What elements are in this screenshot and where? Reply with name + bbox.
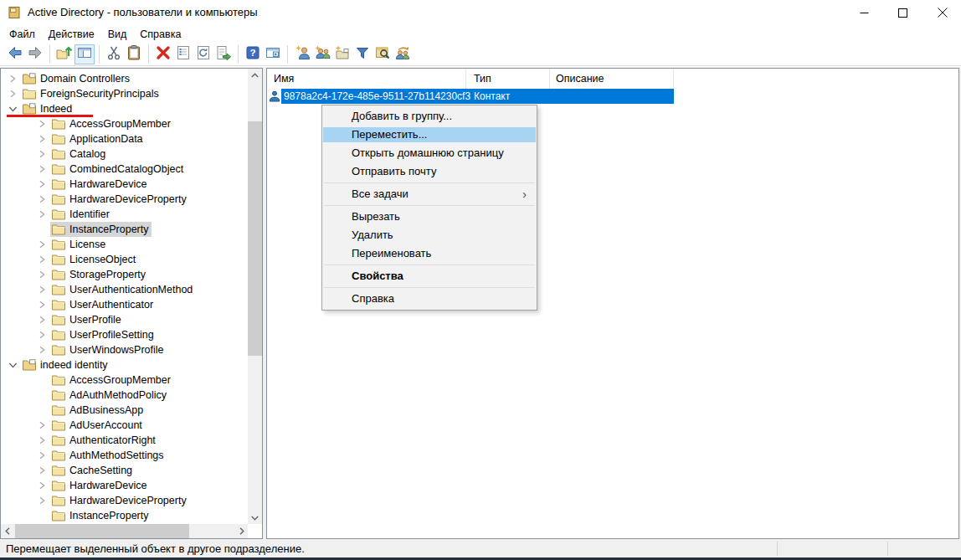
tree-item-combinedcatalogobject[interactable]: CombinedCatalogObject [1, 162, 248, 177]
chevron-collapsed-icon[interactable] [6, 72, 19, 85]
tree-item-cachesetting[interactable]: CacheSetting [1, 463, 248, 478]
menubar-item-0[interactable]: Файл [3, 25, 42, 44]
vertical-scroll-thumb[interactable] [248, 121, 262, 356]
minimize-button[interactable] [850, 0, 878, 25]
refresh-button[interactable] [193, 44, 213, 64]
chevron-collapsed-icon[interactable] [35, 147, 49, 161]
tree-item-hardwaredeviceproperty[interactable]: HardwareDeviceProperty [1, 493, 248, 508]
chevron-collapsed-icon[interactable] [35, 449, 49, 462]
chevron-collapsed-icon[interactable] [35, 343, 49, 357]
find-button[interactable] [373, 44, 393, 64]
context-menu-item[interactable]: Вырезать [322, 208, 537, 226]
tree-item-authmethodsettings[interactable]: AuthMethodSettings [1, 448, 248, 463]
menubar-item-2[interactable]: Вид [101, 25, 134, 44]
new-user-button[interactable] [292, 44, 312, 64]
chevron-collapsed-icon[interactable] [35, 177, 49, 191]
list-row[interactable]: 9878a2c4-172e-485e-9511-27b114230cf3Конт… [267, 89, 958, 104]
tree-item-adauthmethodpolicy[interactable]: AdAuthMethodPolicy [1, 388, 248, 403]
tree-item-instanceproperty[interactable]: InstanceProperty [1, 222, 248, 237]
up-one-level-button[interactable] [54, 44, 75, 64]
chevron-collapsed-icon[interactable] [35, 313, 49, 326]
column-header-2[interactable]: Описание [550, 69, 674, 89]
chevron-collapsed-icon[interactable] [35, 479, 49, 492]
scroll-down-icon[interactable] [248, 511, 262, 524]
chevron-collapsed-icon[interactable] [35, 328, 49, 342]
context-menu-item[interactable]: Отправить почту [322, 162, 537, 181]
tree-item-userprofile[interactable]: UserProfile [1, 312, 248, 327]
show-console-tree-button[interactable] [75, 44, 95, 64]
tree-item-instanceproperty[interactable]: InstanceProperty [1, 508, 248, 523]
chevron-collapsed-icon[interactable] [35, 434, 49, 447]
tree-item-hardwaredevice[interactable]: HardwareDevice [1, 177, 248, 192]
close-button[interactable] [928, 0, 957, 25]
tree-item-storageproperty[interactable]: StorageProperty [1, 267, 248, 282]
new-group-button[interactable] [312, 44, 332, 64]
context-menu-item[interactable]: Справка [322, 290, 537, 308]
chevron-collapsed-icon[interactable] [35, 238, 49, 251]
tree-item-identifier[interactable]: Identifier [1, 207, 248, 222]
column-header-1[interactable]: Тип [466, 69, 550, 89]
forward-arrow-button[interactable] [25, 44, 45, 64]
help-button[interactable]: ? [243, 44, 263, 64]
chevron-collapsed-icon[interactable] [35, 268, 49, 281]
menubar-item-3[interactable]: Справка [133, 25, 188, 44]
context-menu-item[interactable]: Переместить... [322, 126, 537, 144]
tree-item-domain-controllers[interactable]: Domain Controllers [1, 71, 248, 86]
chevron-collapsed-icon[interactable] [35, 208, 49, 221]
menubar-item-1[interactable]: Действие [42, 25, 101, 44]
chevron-collapsed-icon[interactable] [35, 419, 49, 432]
scroll-left-icon[interactable] [1, 524, 13, 538]
chevron-collapsed-icon[interactable] [35, 162, 49, 176]
tree-item-userauthenticationmethod[interactable]: UserAuthenticationMethod [1, 282, 248, 297]
tree-item-userauthenticator[interactable]: UserAuthenticator [1, 297, 248, 312]
tree-item-indeed-identity[interactable]: indeed identity [1, 357, 248, 372]
scroll-up-icon[interactable] [248, 69, 262, 81]
new-ou-button[interactable] [332, 44, 352, 64]
tree-item-foreignsecurityprincipals[interactable]: ForeignSecurityPrincipals [1, 86, 248, 101]
export-list-button[interactable] [213, 44, 234, 64]
context-menu-item[interactable]: Открыть домашнюю страницу [322, 144, 537, 162]
filter-button[interactable] [352, 44, 373, 64]
tree-item-license[interactable]: License [1, 237, 248, 252]
chevron-expanded-icon[interactable] [6, 358, 19, 372]
tree-item-userprofilesetting[interactable]: UserProfileSetting [1, 327, 248, 342]
chevron-collapsed-icon[interactable] [35, 117, 49, 131]
tree-item-userwindowsprofile[interactable]: UserWindowsProfile [1, 342, 248, 357]
horizontal-scroll-thumb[interactable] [15, 524, 189, 538]
tree-item-aduseraccount[interactable]: AdUserAccount [1, 418, 248, 433]
chevron-collapsed-icon[interactable] [35, 283, 49, 296]
properties-button[interactable] [173, 44, 193, 64]
tree-item-hardwaredevice[interactable]: HardwareDevice [1, 478, 248, 493]
chevron-collapsed-icon[interactable] [35, 298, 49, 311]
paste-button[interactable] [124, 44, 144, 64]
maximize-button[interactable] [888, 0, 917, 25]
chevron-collapsed-icon[interactable] [35, 464, 49, 477]
tree-horizontal-scrollbar[interactable] [1, 524, 248, 538]
show-action-pane-button[interactable] [263, 44, 283, 64]
chevron-collapsed-icon[interactable] [35, 253, 49, 266]
chevron-collapsed-icon[interactable] [35, 132, 49, 146]
tree-item-licenseobject[interactable]: LicenseObject [1, 252, 248, 267]
tree-item-accessgroupmember[interactable]: AccessGroupMember [1, 372, 248, 388]
context-menu-item[interactable]: Добавить в группу... [322, 107, 537, 126]
chevron-collapsed-icon[interactable] [35, 193, 49, 206]
tree-item-applicationdata[interactable]: ApplicationData [1, 131, 248, 146]
chevron-expanded-icon[interactable] [6, 102, 19, 116]
tree-item-indeed[interactable]: Indeed [1, 101, 248, 116]
change-domain-button[interactable] [393, 44, 413, 64]
tree-item-catalog[interactable]: Catalog [1, 146, 248, 162]
tree-item-hardwaredeviceproperty[interactable]: HardwareDeviceProperty [1, 192, 248, 207]
tree-item-accessgroupmember[interactable]: AccessGroupMember [1, 116, 248, 131]
context-menu-item[interactable]: Переименовать [322, 244, 537, 263]
cut-button[interactable] [104, 44, 124, 64]
context-menu-item[interactable]: Все задачи› [322, 185, 537, 203]
chevron-collapsed-icon[interactable] [35, 494, 49, 507]
tree-vertical-scrollbar[interactable] [248, 69, 262, 524]
tree-item-adbusinessapp[interactable]: AdBusinessApp [1, 403, 248, 418]
delete-button[interactable] [153, 44, 173, 64]
context-menu-item[interactable]: Удалить [322, 226, 537, 244]
back-arrow-button[interactable] [5, 44, 25, 64]
context-menu-item[interactable]: Свойства [322, 267, 537, 285]
tree-item-authenticatorright[interactable]: AuthenticatorRight [1, 433, 248, 448]
chevron-collapsed-icon[interactable] [6, 87, 19, 100]
